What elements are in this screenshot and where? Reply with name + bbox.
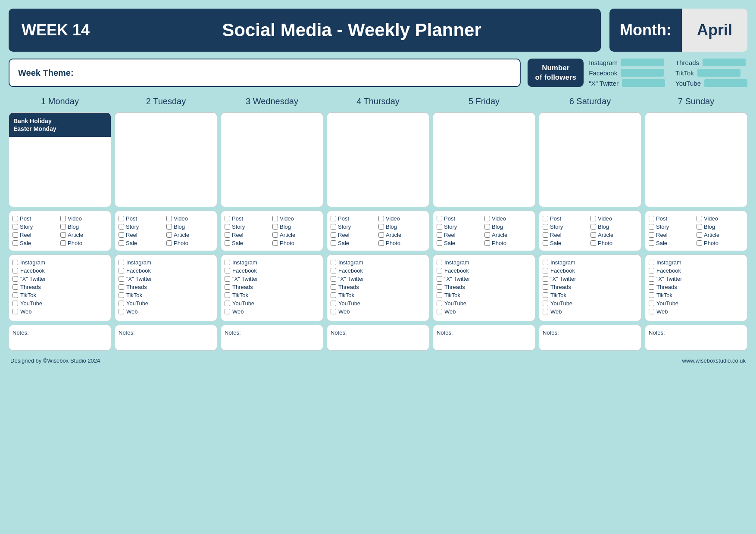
platform-tiktok-checkbox[interactable] [649,292,654,298]
content-type-video-checkbox[interactable] [60,216,66,221]
content-type-reel-checkbox[interactable] [119,232,124,238]
platform-"x"-twitter-checkbox[interactable] [649,276,654,282]
platform-facebook-checkbox[interactable] [649,268,654,273]
content-type-sale-checkbox[interactable] [225,240,230,246]
twitter-input[interactable] [622,79,665,87]
platform-tiktok-checkbox[interactable] [437,292,442,298]
platform-"x"-twitter-checkbox[interactable] [437,276,442,282]
content-type-blog-checkbox[interactable] [590,224,596,230]
content-type-photo-checkbox[interactable] [272,240,278,246]
platform-instagram-checkbox[interactable] [119,260,124,265]
platform-"x"-twitter-checkbox[interactable] [543,276,548,282]
platform-tiktok-checkbox[interactable] [543,292,548,298]
content-type-photo-checkbox[interactable] [60,240,66,246]
content-type-blog-checkbox[interactable] [697,224,702,230]
content-type-article-checkbox[interactable] [272,232,278,238]
platform-tiktok-checkbox[interactable] [225,292,230,298]
content-type-story-checkbox[interactable] [225,224,230,230]
platform-threads-checkbox[interactable] [12,284,18,290]
content-type-sale-checkbox[interactable] [331,240,336,246]
content-type-article-checkbox[interactable] [590,232,596,238]
content-type-sale-checkbox[interactable] [649,240,654,246]
content-type-post-checkbox[interactable] [12,216,18,221]
content-type-article-checkbox[interactable] [60,232,66,238]
platform-youtube-checkbox[interactable] [543,301,548,306]
platform-web-checkbox[interactable] [119,309,124,314]
platform-"x"-twitter-checkbox[interactable] [12,276,18,282]
threads-input[interactable] [703,59,746,66]
content-type-story-checkbox[interactable] [119,224,124,230]
content-type-article-checkbox[interactable] [378,232,384,238]
platform-web-checkbox[interactable] [649,309,654,314]
platform-youtube-checkbox[interactable] [12,301,18,306]
youtube-input[interactable] [704,79,747,87]
content-type-photo-checkbox[interactable] [697,240,702,246]
content-type-video-checkbox[interactable] [697,216,702,221]
content-type-sale-checkbox[interactable] [437,240,442,246]
platform-tiktok-checkbox[interactable] [331,292,336,298]
platform-instagram-checkbox[interactable] [331,260,336,265]
platform-"x"-twitter-checkbox[interactable] [225,276,230,282]
platform-instagram-checkbox[interactable] [649,260,654,265]
platform-web-checkbox[interactable] [543,309,548,314]
platform-threads-checkbox[interactable] [225,284,230,290]
content-type-story-checkbox[interactable] [543,224,548,230]
platform-facebook-checkbox[interactable] [331,268,336,273]
content-type-post-checkbox[interactable] [119,216,124,221]
content-type-sale-checkbox[interactable] [543,240,548,246]
content-type-video-checkbox[interactable] [590,216,596,221]
platform-threads-checkbox[interactable] [331,284,336,290]
platform-threads-checkbox[interactable] [437,284,442,290]
content-type-story-checkbox[interactable] [331,224,336,230]
content-type-post-checkbox[interactable] [543,216,548,221]
content-type-blog-checkbox[interactable] [378,224,384,230]
platform-youtube-checkbox[interactable] [331,301,336,306]
platform-web-checkbox[interactable] [225,309,230,314]
platform-youtube-checkbox[interactable] [649,301,654,306]
content-type-reel-checkbox[interactable] [225,232,230,238]
platform-youtube-checkbox[interactable] [437,301,442,306]
content-type-blog-checkbox[interactable] [166,224,172,230]
platform-tiktok-checkbox[interactable] [12,292,18,298]
content-type-story-checkbox[interactable] [649,224,654,230]
platform-facebook-checkbox[interactable] [225,268,230,273]
content-type-sale-checkbox[interactable] [119,240,124,246]
platform-facebook-checkbox[interactable] [12,268,18,273]
content-type-story-checkbox[interactable] [437,224,442,230]
content-type-post-checkbox[interactable] [331,216,336,221]
tiktok-input[interactable] [697,69,740,77]
content-type-photo-checkbox[interactable] [484,240,490,246]
content-type-story-checkbox[interactable] [12,224,18,230]
content-type-blog-checkbox[interactable] [272,224,278,230]
content-type-photo-checkbox[interactable] [590,240,596,246]
content-type-photo-checkbox[interactable] [166,240,172,246]
platform-instagram-checkbox[interactable] [12,260,18,265]
platform-"x"-twitter-checkbox[interactable] [119,276,124,282]
content-type-photo-checkbox[interactable] [378,240,384,246]
facebook-input[interactable] [621,69,664,77]
content-type-reel-checkbox[interactable] [649,232,654,238]
content-type-article-checkbox[interactable] [484,232,490,238]
content-type-post-checkbox[interactable] [649,216,654,221]
platform-instagram-checkbox[interactable] [225,260,230,265]
content-type-article-checkbox[interactable] [697,232,702,238]
content-type-video-checkbox[interactable] [272,216,278,221]
platform-"x"-twitter-checkbox[interactable] [331,276,336,282]
content-type-reel-checkbox[interactable] [543,232,548,238]
platform-youtube-checkbox[interactable] [119,301,124,306]
content-type-blog-checkbox[interactable] [60,224,66,230]
platform-youtube-checkbox[interactable] [225,301,230,306]
content-type-reel-checkbox[interactable] [437,232,442,238]
platform-facebook-checkbox[interactable] [119,268,124,273]
platform-threads-checkbox[interactable] [649,284,654,290]
instagram-input[interactable] [621,59,664,66]
platform-instagram-checkbox[interactable] [437,260,442,265]
content-type-video-checkbox[interactable] [378,216,384,221]
platform-web-checkbox[interactable] [12,309,18,314]
content-type-video-checkbox[interactable] [166,216,172,221]
content-type-video-checkbox[interactable] [484,216,490,221]
platform-facebook-checkbox[interactable] [437,268,442,273]
platform-web-checkbox[interactable] [331,309,336,314]
platform-web-checkbox[interactable] [437,309,442,314]
content-type-reel-checkbox[interactable] [331,232,336,238]
